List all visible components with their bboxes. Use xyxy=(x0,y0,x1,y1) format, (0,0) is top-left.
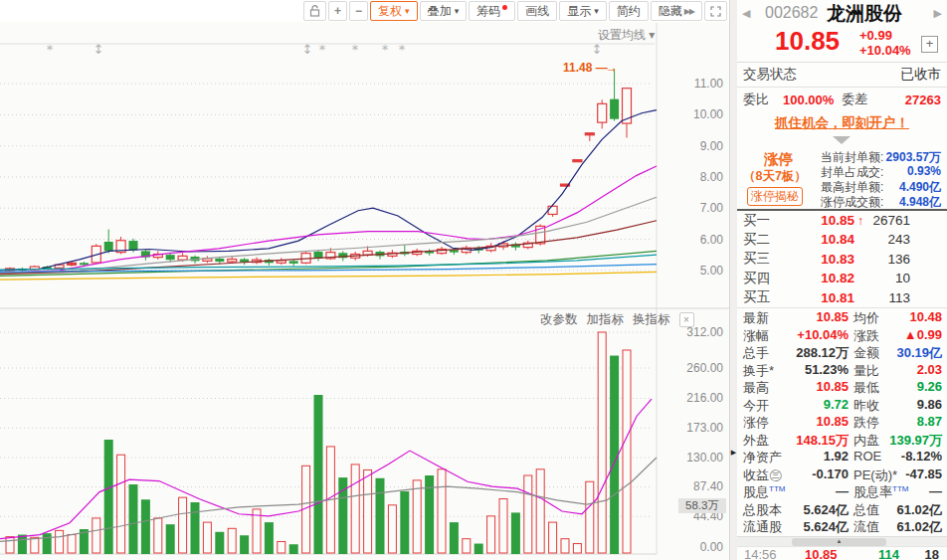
stat-value: 288.12万 xyxy=(796,344,849,362)
bid-volume: 10 xyxy=(895,271,910,285)
svg-text:6.00: 6.00 xyxy=(700,233,724,247)
stat-value: -8.12% xyxy=(901,449,942,464)
prev-stock-button[interactable]: ◀ xyxy=(742,7,750,20)
stat-label: 流通股 xyxy=(743,518,782,536)
svg-text:9.00: 9.00 xyxy=(700,139,724,153)
stat-label: 均价 xyxy=(853,309,879,327)
svg-text:*: * xyxy=(47,42,54,57)
bid-price: 10.81 xyxy=(821,290,854,305)
svg-text:5.00: 5.00 xyxy=(700,264,724,278)
collapse-chevron-icon[interactable] xyxy=(833,136,851,144)
peak-price-annotation: 11.48 —→ xyxy=(563,61,616,75)
stat-value: 30.19亿 xyxy=(896,344,942,362)
limit-stat-label: 最高封单额: xyxy=(821,179,883,193)
svg-text:216.00: 216.00 xyxy=(686,391,723,405)
candlestick-volume-chart[interactable]: 11.0010.009.008.007.006.005.00312.00260.… xyxy=(0,0,729,560)
next-stock-button[interactable]: ▶ xyxy=(934,7,942,20)
stats-row: 换手*51.23%量比2.03 xyxy=(737,362,947,380)
svg-text:0.00: 0.00 xyxy=(700,540,724,554)
limit-up-title: 涨停 xyxy=(764,150,793,169)
limit-up-stat-row: 最高封单额:4.490亿 xyxy=(821,179,941,193)
limit-up-stat-row: 当前封单额:2903.57万 xyxy=(821,149,941,163)
promo-row: 抓住机会，即刻开户！ xyxy=(737,111,947,135)
svg-text:10.00: 10.00 xyxy=(693,107,723,121)
stat-value: 10.85 xyxy=(816,379,849,394)
last-price: 10.85 xyxy=(775,26,840,57)
limit-stat-value: 4.490亿 xyxy=(899,179,941,193)
order-book-row-买四[interactable]: 买四10.8210 xyxy=(737,269,947,287)
ma-settings-dropdown[interactable]: 设置均线 ▾ xyxy=(598,27,655,44)
stat-label: 涨跌 xyxy=(853,327,879,345)
limit-up-stat-row: 涨停成交额:4.948亿 xyxy=(821,194,941,208)
trading-terminal: + − 复权▾叠加▾筹码画线显示▾简约隐藏▶▶ 11.0010.009.008.… xyxy=(0,0,947,560)
splitter-collapse-handle[interactable]: ▶ xyxy=(730,440,737,466)
stats-row: 外盘148.15万内盘139.97万 xyxy=(737,432,947,450)
stats-row: 收益㊂-0.170PE(动)*-47.85 xyxy=(737,467,947,484)
stat-label: 收益㊂ xyxy=(743,467,782,484)
svg-text:7.00: 7.00 xyxy=(700,201,724,215)
bid-level-label: 买五 xyxy=(743,288,770,306)
stat-label: 股息TTM xyxy=(743,483,785,501)
link-add-indicator[interactable]: 加指标 xyxy=(587,311,625,328)
limit-stat-label: 当前封单额: xyxy=(821,149,883,163)
bid-price: 10.84 xyxy=(821,232,854,247)
tick-volume: 114 xyxy=(878,547,899,560)
stock-code: 002682 xyxy=(765,4,818,22)
stat-label: 总手 xyxy=(743,344,769,362)
limit-stat-label: 封单占成交: xyxy=(821,164,883,178)
stat-label: 总股本 xyxy=(743,501,782,519)
stats-row: 总手288.12万金额30.19亿 xyxy=(737,344,947,362)
stat-label: 涨幅 xyxy=(743,327,769,345)
annotation-arrow-icon: —→ xyxy=(596,61,616,75)
stats-row: 今开9.72昨收9.86 xyxy=(737,397,947,415)
svg-text:↕: ↕ xyxy=(302,42,313,57)
stat-value: 8.87 xyxy=(917,414,942,429)
svg-text:130.00: 130.00 xyxy=(686,451,723,465)
stat-value: 51.23% xyxy=(805,362,849,377)
peak-price-label: 11.48 xyxy=(563,61,592,75)
stat-label: 今开 xyxy=(743,397,769,415)
stat-value: 2.03 xyxy=(917,362,942,377)
change-amount: +0.99 xyxy=(859,28,911,43)
limit-up-reveal-button[interactable]: 涨停揭秘 xyxy=(747,187,803,206)
current-volume-tag: 58.3万 xyxy=(678,498,726,513)
bid-price: 10.82 xyxy=(821,271,854,285)
stats-row: 涨停10.85跌停8.87 xyxy=(737,414,947,432)
stat-label: PE(动)* xyxy=(853,467,897,484)
stat-value: +10.04% xyxy=(797,327,849,342)
stat-value: 148.15万 xyxy=(796,432,849,450)
order-book-row-买五[interactable]: 买五10.81113 xyxy=(737,288,947,307)
trade-status-label: 交易状态 xyxy=(743,66,797,84)
stats-row: 涨幅+10.04%涨跌▲0.99 xyxy=(737,327,947,345)
svg-text:8.00: 8.00 xyxy=(700,170,724,184)
stat-label: 换手* xyxy=(743,362,774,380)
svg-text:11.00: 11.00 xyxy=(694,77,723,91)
stat-value: 10.85 xyxy=(816,309,849,324)
weibi-label: 委比 xyxy=(743,91,769,108)
scrollbar-thumb[interactable]: ▲ xyxy=(792,538,886,546)
svg-text:*: * xyxy=(319,42,326,57)
stat-value: -47.85 xyxy=(905,467,942,481)
stat-label: 量比 xyxy=(853,362,879,380)
order-book-row-买三[interactable]: 买三10.83136 xyxy=(737,250,947,269)
weicha-label: 委差 xyxy=(842,91,867,108)
bid-volume: 136 xyxy=(887,252,910,267)
link-switch-indicator[interactable]: 换指标 xyxy=(633,311,670,328)
stat-value: 9.86 xyxy=(917,397,942,412)
limit-up-block: 涨停 （8天7板） 涨停揭秘 当前封单额:2903.57万封单占成交:0.93%… xyxy=(737,147,947,211)
order-book-row-买一[interactable]: 买一10.85↑26761 xyxy=(737,211,947,230)
stat-value: 5.624亿 xyxy=(803,501,849,519)
stat-label: 外盘 xyxy=(743,432,769,450)
up-arrow-icon: ↑ xyxy=(857,214,863,228)
chart-area: 11.0010.009.008.007.006.005.00312.00260.… xyxy=(0,22,729,560)
close-icon[interactable]: × xyxy=(679,312,694,327)
stat-label: 股息率TTM xyxy=(853,483,908,501)
stat-label: 总值 xyxy=(853,501,879,519)
tick-count: 18 xyxy=(925,547,939,560)
chevron-down-icon: ▾ xyxy=(649,28,655,42)
link-edit-params[interactable]: 改参数 xyxy=(540,311,578,328)
open-account-link[interactable]: 抓住机会，即刻开户！ xyxy=(775,114,909,132)
order-book-row-买二[interactable]: 买二10.84243 xyxy=(737,230,947,249)
add-to-watchlist-button[interactable]: + xyxy=(921,36,938,53)
limit-stat-value: 2903.57万 xyxy=(886,149,941,163)
